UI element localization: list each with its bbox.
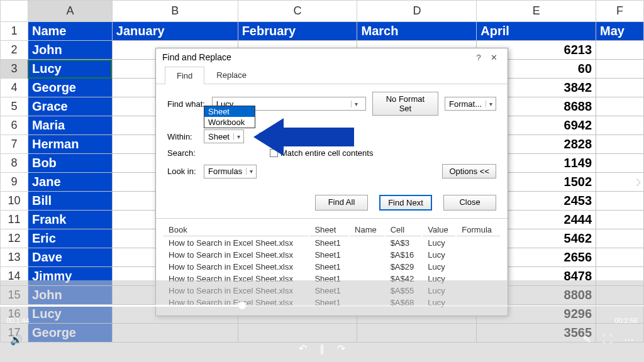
cell-F15[interactable] (596, 286, 644, 305)
result-row[interactable]: How to Search in Excel Sheet.xlsxSheet1$… (164, 261, 500, 272)
within-select[interactable]: Sheet▾ (204, 129, 244, 143)
res-head-book[interactable]: Book (164, 224, 308, 236)
pause-icon[interactable]: ‖ (319, 343, 325, 354)
within-opt-sheet[interactable]: Sheet (204, 106, 255, 117)
cell-A16[interactable]: Lucy (28, 305, 112, 324)
tab-find[interactable]: Find (165, 67, 204, 84)
help-button[interactable]: ? (471, 53, 486, 62)
row-head-15[interactable]: 15 (1, 286, 28, 305)
fullscreen-icon[interactable]: ⛶ (602, 334, 613, 346)
result-row[interactable]: How to Search in Excel Sheet.xlsxSheet1$… (164, 238, 500, 248)
result-row[interactable]: How to Search in Excel Sheet.xlsxSheet1$… (164, 285, 500, 296)
cell-F4[interactable] (596, 79, 644, 97)
col-head-C[interactable]: C (238, 1, 357, 22)
res-head-cell[interactable]: Cell (386, 224, 422, 236)
row-head-10[interactable]: 10 (1, 192, 28, 211)
cell-A15[interactable]: John (28, 286, 112, 305)
options-button[interactable]: Options << (442, 164, 496, 178)
cell-F3[interactable] (596, 60, 644, 79)
cell-A11[interactable]: Frank (28, 211, 112, 229)
cell-A8[interactable]: Bob (28, 154, 112, 173)
tab-replace[interactable]: Replace (204, 66, 258, 84)
annotate-icon[interactable]: ✎ (583, 334, 591, 346)
col-head-E[interactable]: E (477, 1, 596, 22)
res-head-formula[interactable]: Formula (457, 224, 500, 236)
cell-F2[interactable] (596, 41, 644, 60)
video-progress[interactable] (0, 305, 644, 307)
row-head-7[interactable]: 7 (1, 135, 28, 154)
match-case-checkbox[interactable] (259, 133, 267, 141)
cell-F10[interactable] (596, 192, 644, 211)
cell-F12[interactable] (596, 229, 644, 248)
rewind-icon[interactable]: ↶ (299, 343, 307, 354)
cell-F6[interactable] (596, 116, 644, 135)
find-all-button[interactable]: Find All (315, 195, 368, 211)
cell-A2[interactable]: John (28, 41, 112, 60)
cell-A17[interactable]: George (28, 324, 112, 343)
row-head-4[interactable]: 4 (1, 79, 28, 97)
row-head-12[interactable]: 12 (1, 229, 28, 248)
chevron-down-icon[interactable]: ▾ (351, 101, 361, 107)
cell-A12[interactable]: Eric (28, 229, 112, 248)
row-head-5[interactable]: 5 (1, 97, 28, 116)
col-head-A[interactable]: A (28, 1, 112, 22)
cell-F14[interactable] (596, 267, 644, 286)
cell-A9[interactable]: Jane (28, 173, 112, 192)
col-head-D[interactable]: D (357, 1, 477, 22)
row-head-8[interactable]: 8 (1, 154, 28, 173)
match-entire-cell-checkbox[interactable]: Match entire cell contents (270, 148, 373, 158)
res-head-name[interactable]: Name (350, 224, 384, 236)
row-head-11[interactable]: 11 (1, 211, 28, 229)
cell-F13[interactable] (596, 248, 644, 267)
more-icon[interactable]: ⋯ (624, 334, 634, 346)
cell-F1[interactable]: May (596, 22, 644, 41)
row-head-13[interactable]: 13 (1, 248, 28, 267)
result-row[interactable]: How to Search in Excel Sheet.xlsxSheet1$… (164, 250, 500, 260)
close-dialog-button[interactable]: Close (443, 195, 496, 211)
volume-icon[interactable]: 🔊 (10, 334, 23, 346)
row-head-1[interactable]: 1 (1, 22, 28, 41)
cell-A3[interactable]: Lucy (28, 60, 112, 79)
cell-E1[interactable]: April (477, 22, 596, 41)
chevron-down-icon[interactable]: ▾ (246, 168, 256, 175)
cell-A1[interactable]: Name (28, 22, 112, 41)
close-button[interactable]: ✕ (486, 53, 501, 62)
cell-D1[interactable]: March (357, 22, 477, 41)
cell-C17[interactable] (238, 324, 357, 343)
no-format-button[interactable]: No Format Set (372, 92, 438, 116)
cell-B17[interactable] (112, 324, 238, 343)
cell-D17[interactable] (357, 324, 477, 343)
cell-A7[interactable]: Herman (28, 135, 112, 154)
col-head-B[interactable]: B (112, 1, 238, 22)
within-opt-workbook[interactable]: Workbook (204, 117, 255, 128)
result-row[interactable]: How to Search in Excel Sheet.xlsxSheet1$… (164, 273, 500, 284)
row-head-14[interactable]: 14 (1, 267, 28, 286)
col-head-F[interactable]: F (596, 1, 644, 22)
cell-A6[interactable]: Maria (28, 116, 112, 135)
cell-A5[interactable]: Grace (28, 97, 112, 116)
res-head-value[interactable]: Value (423, 224, 455, 236)
find-next-button[interactable]: Find Next (379, 195, 432, 211)
nav-next-arrow[interactable]: › (633, 168, 644, 194)
look-in-select[interactable]: Formulas▾ (204, 165, 257, 178)
row-head-2[interactable]: 2 (1, 41, 28, 60)
row-head-9[interactable]: 9 (1, 173, 28, 192)
row-head-3[interactable]: 3 (1, 60, 28, 79)
row-head-6[interactable]: 6 (1, 116, 28, 135)
progress-thumb[interactable] (238, 302, 246, 309)
cell-F11[interactable] (596, 211, 644, 229)
forward-icon[interactable]: ↷ (337, 343, 345, 354)
cell-B1[interactable]: January (112, 22, 238, 41)
res-head-sheet[interactable]: Sheet (309, 224, 348, 236)
cell-F7[interactable] (596, 135, 644, 154)
cell-C1[interactable]: February (238, 22, 357, 41)
cell-A13[interactable]: Dave (28, 248, 112, 267)
cell-A4[interactable]: George (28, 79, 112, 97)
cell-F5[interactable] (596, 97, 644, 116)
chevron-down-icon[interactable]: ▾ (486, 101, 496, 107)
format-button[interactable]: Format...▾ (445, 97, 496, 111)
cell-A14[interactable]: Jimmy (28, 267, 112, 286)
cell-E17[interactable]: 3565 (477, 324, 596, 343)
cell-A10[interactable]: Bill (28, 192, 112, 211)
chevron-down-icon[interactable]: ▾ (233, 133, 243, 140)
